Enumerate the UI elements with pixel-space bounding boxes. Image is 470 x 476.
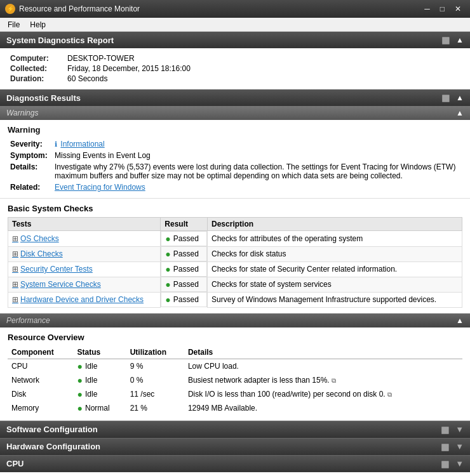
col-result: Result [161, 218, 208, 231]
resource-component: CPU [8, 359, 74, 373]
diagnostic-results-header[interactable]: Diagnostic Results ▦ ▲ [0, 89, 470, 106]
pass-icon: ● [165, 279, 170, 289]
duration-label: Duration: [8, 74, 65, 84]
related-label: Related: [8, 182, 52, 193]
table-row: ⊞System Service Checks ●Passed Checks fo… [8, 277, 462, 292]
cpu-header[interactable]: CPU ▦ ▼ [0, 455, 470, 472]
col-tests: Tests [8, 218, 161, 231]
check-result: ●Passed [161, 246, 207, 261]
resource-table: Component Status Utilization Details CPU… [8, 346, 462, 415]
details-value: Investigate why 27% (5,537) events were … [52, 161, 462, 182]
expand-arrow-cpu: ▼ [455, 459, 464, 468]
check-test[interactable]: ⊞Security Center Tests [8, 261, 161, 277]
software-config-header[interactable]: Software Configuration ▦ ▼ [0, 421, 470, 438]
collected-value: Friday, 18 December, 2015 18:16:00 [65, 63, 193, 74]
resource-overview-title: Resource Overview [8, 333, 462, 342]
col-details: Details [184, 346, 462, 359]
grid-icon: ▦ [441, 35, 450, 45]
list-item: Memory ●Normal 21 % 12949 MB Available. [8, 401, 462, 415]
col-utilization: Utilization [126, 346, 184, 359]
resource-status: ●Idle [74, 387, 126, 401]
check-test[interactable]: ⊞System Service Checks [8, 277, 161, 292]
check-test[interactable]: ⊞Disk Checks [8, 246, 161, 261]
status-icon: ● [77, 389, 83, 399]
severity-label: Severity: [8, 138, 52, 150]
performance-header[interactable]: Performance ▲ [0, 314, 470, 327]
title-bar: ⚡ Resource and Performance Monitor ─ □ ✕ [0, 0, 470, 18]
system-diagnostics-header[interactable]: System Diagnostics Report ▦ ▲ [0, 32, 470, 48]
grid-icon-2: ▦ [441, 93, 450, 103]
cpu-title: CPU [6, 459, 24, 468]
close-button[interactable]: ✕ [451, 3, 465, 15]
system-info-panel: Computer: DESKTOP-TOWER Collected: Frida… [0, 48, 470, 89]
check-result: ●Passed [161, 277, 207, 292]
expand-icon: ⊞ [12, 234, 18, 243]
menu-file[interactable]: File [3, 19, 25, 30]
external-link-icon: ⧉ [332, 377, 336, 384]
menu-bar: File Help [0, 18, 470, 32]
main-content: System Diagnostics Report ▦ ▲ Computer: … [0, 32, 470, 476]
title-bar-left: ⚡ Resource and Performance Monitor [5, 4, 140, 14]
col-description: Description [208, 218, 462, 231]
resource-status: ●Idle [74, 373, 126, 387]
menu-help[interactable]: Help [25, 19, 51, 30]
list-item: CPU ●Idle 9 % Low CPU load. [8, 359, 462, 373]
list-item: Disk ●Idle 11 /sec Disk I/O is less than… [8, 387, 462, 401]
minimize-button[interactable]: ─ [420, 3, 434, 15]
pass-icon: ● [165, 249, 170, 259]
check-description: Checks for state of system services [208, 277, 462, 292]
check-test[interactable]: ⊞Hardware Device and Driver Checks [8, 292, 161, 307]
basic-checks-title: Basic System Checks [8, 204, 462, 213]
hardware-config-header[interactable]: Hardware Configuration ▦ ▼ [0, 438, 470, 455]
resource-utilization: 21 % [126, 401, 184, 415]
collapse-arrow-3: ▲ [456, 109, 464, 117]
status-icon: ● [77, 375, 83, 385]
hardware-config-title: Hardware Configuration [6, 442, 100, 451]
check-description: Checks for attributes of the operating s… [208, 231, 462, 247]
resource-component: Disk [8, 387, 74, 401]
resource-status: ●Idle [74, 359, 126, 373]
warnings-title: Warnings [6, 109, 38, 117]
resource-component: Network [8, 373, 74, 387]
pass-icon: ● [165, 264, 170, 274]
maximize-button[interactable]: □ [436, 3, 448, 15]
collected-label: Collected: [8, 63, 65, 74]
grid-icon-hc: ▦ [441, 442, 449, 452]
check-result: ●Passed [161, 292, 207, 307]
window-controls: ─ □ ✕ [420, 3, 465, 15]
expand-arrow-hc: ▼ [455, 442, 464, 451]
resource-utilization: 9 % [126, 359, 184, 373]
software-config-title: Software Configuration [6, 425, 98, 434]
list-item: Network ●Idle 0 % Busiest network adapte… [8, 373, 462, 387]
resource-status: ●Normal [74, 401, 126, 415]
col-component: Component [8, 346, 74, 359]
status-icon: ● [77, 361, 83, 371]
diagnostic-results-title: Diagnostic Results [6, 93, 81, 103]
performance-title: Performance [6, 316, 50, 325]
pass-icon: ● [165, 294, 170, 305]
app-icon: ⚡ [5, 4, 15, 14]
warning-panel: Warning Severity: ℹ Informational Sympto… [0, 120, 470, 199]
resource-overview-panel: Resource Overview Component Status Utili… [0, 327, 470, 421]
external-link-icon: ⧉ [387, 391, 392, 398]
check-test[interactable]: ⊞OS Checks [8, 231, 161, 247]
check-result: ●Passed [161, 231, 207, 246]
duration-value: 60 Seconds [65, 74, 193, 84]
resource-details: Low CPU load. [184, 359, 462, 373]
window-title: Resource and Performance Monitor [19, 4, 140, 13]
resource-utilization: 0 % [126, 373, 184, 387]
symptom-label: Symptom: [8, 150, 52, 161]
severity-link[interactable]: Informational [60, 140, 104, 149]
resource-utilization: 11 /sec [126, 387, 184, 401]
warnings-subheader[interactable]: Warnings ▲ [0, 106, 470, 120]
expand-icon: ⊞ [12, 265, 18, 274]
collapse-arrow-perf: ▲ [456, 316, 464, 325]
resource-component: Memory [8, 401, 74, 415]
related-link[interactable]: Event Tracing for Windows [55, 183, 145, 192]
resource-details: Busiest network adapter is less than 15%… [184, 373, 462, 387]
expand-icon: ⊞ [12, 249, 18, 258]
check-description: Survey of Windows Management Infrastruct… [208, 292, 462, 307]
table-row: ⊞Hardware Device and Driver Checks ●Pass… [8, 292, 462, 307]
symptom-value: Missing Events in Event Log [52, 150, 462, 161]
grid-icon-sc: ▦ [441, 425, 449, 435]
